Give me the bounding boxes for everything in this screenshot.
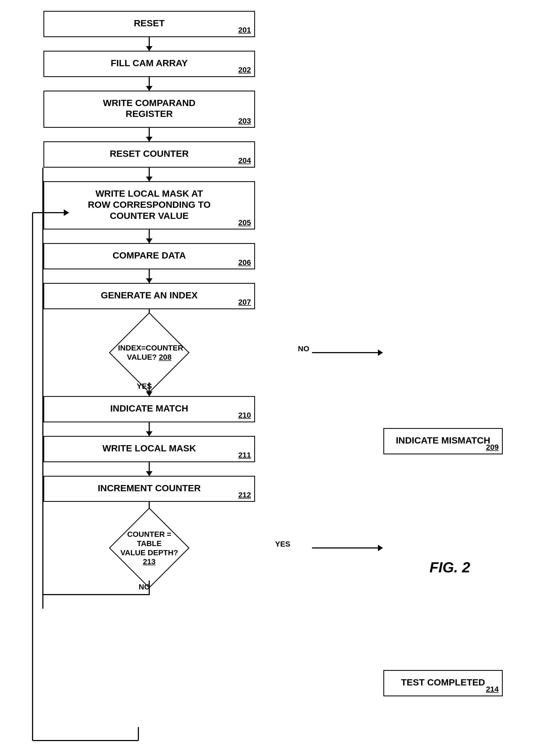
ref-210: 210: [238, 411, 251, 420]
arrow-10: [149, 462, 150, 476]
arrow-yes-213: [312, 547, 383, 548]
box-214: TEST COMPLETED 214: [383, 670, 503, 696]
label-207: GENERATE AN INDEX: [101, 290, 198, 300]
loop-horizontal-213: [43, 594, 150, 595]
label-202: FILL CAM ARRAY: [111, 58, 188, 68]
diamond-208-label: INDEX=COUNTERVALUE? 208: [118, 343, 180, 362]
box-211: WRITE LOCAL MASK 211: [43, 436, 255, 462]
label-205: WRITE LOCAL MASK ATROW CORRESPONDING TOC…: [88, 188, 211, 221]
box-204: RESET COUNTER 204: [43, 141, 255, 168]
no-label-213: NO: [139, 583, 150, 591]
ref-201: 201: [238, 26, 251, 35]
diamond-213-container: COUNTER = TABLEVALUE DEPTH?213 YES NO: [43, 515, 255, 580]
loop-down-213: [149, 580, 150, 594]
ref-204: 204: [238, 156, 251, 165]
ref-202: 202: [238, 65, 251, 74]
box-207: GENERATE AN INDEX 207: [43, 283, 255, 309]
arrow-4: [149, 168, 150, 181]
box-201: RESET 201: [43, 11, 255, 37]
arrow-3: [149, 128, 150, 141]
ref-209: 209: [486, 443, 499, 452]
no-label-208: NO: [298, 344, 309, 353]
ref-214: 214: [486, 685, 499, 694]
label-212: INCREMENT COUNTER: [98, 483, 201, 493]
box-212: INCREMENT COUNTER 212: [43, 476, 255, 502]
fig-label: FIG. 2: [430, 559, 470, 576]
ref-203: 203: [238, 116, 251, 126]
arrow-no-208: [312, 352, 383, 353]
box-203: WRITE COMPARANDREGISTER 203: [43, 91, 255, 128]
arrow-1: [149, 37, 150, 51]
diamond-213-label: COUNTER = TABLEVALUE DEPTH?213: [117, 530, 182, 566]
box-206: COMPARE DATA 206: [43, 243, 255, 269]
box-202: FILL CAM ARRAY 202: [43, 51, 255, 77]
label-204: RESET COUNTER: [110, 148, 189, 159]
label-211: WRITE LOCAL MASK: [102, 443, 196, 453]
diamond-208-container: INDEX=COUNTERVALUE? 208 NO YES: [43, 323, 255, 383]
label-206: COMPARE DATA: [113, 250, 186, 261]
label-209: INDICATE MISMATCH: [396, 435, 490, 445]
box-210: INDICATE MATCH 210: [43, 396, 255, 422]
ref-211: 211: [238, 451, 251, 460]
label-214: TEST COMPLETED: [401, 677, 485, 687]
arrow-2: [149, 77, 150, 91]
box-205: WRITE LOCAL MASK ATROW CORRESPONDING TOC…: [43, 181, 255, 230]
box-209: INDICATE MISMATCH 209: [383, 428, 503, 454]
arrow-8: [149, 383, 150, 396]
ref-205: 205: [238, 218, 251, 227]
label-210: INDICATE MATCH: [110, 403, 188, 414]
label-201: RESET: [134, 18, 165, 28]
arrow-5: [149, 230, 150, 243]
yes-label-213: YES: [275, 540, 290, 548]
ref-207: 207: [238, 298, 251, 307]
ref-206: 206: [238, 258, 251, 267]
label-203: WRITE COMPARANDREGISTER: [103, 98, 195, 119]
loop-left-border: [42, 168, 43, 609]
arrow-9: [149, 422, 150, 436]
ref-212: 212: [238, 490, 251, 500]
arrow-6: [149, 269, 150, 283]
